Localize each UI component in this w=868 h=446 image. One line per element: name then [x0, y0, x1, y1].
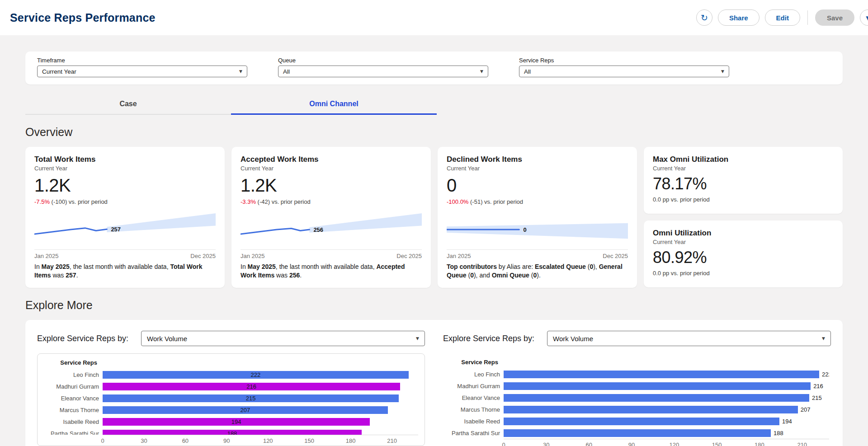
sparkline-chart: 256: [241, 211, 422, 249]
bar[interactable]: [504, 371, 819, 378]
caption-segment: , the last month with available data,: [276, 263, 377, 270]
refresh-button[interactable]: ↻: [696, 9, 712, 26]
caption-segment: 257: [66, 272, 76, 279]
explore-more-heading: Explore More: [25, 299, 843, 312]
bar[interactable]: [504, 406, 798, 413]
sparkline-axis: Jan 2025 Dec 2025: [241, 249, 422, 259]
service-reps-select[interactable]: All ▼: [519, 66, 729, 77]
kpi-title: Total Work Items: [34, 155, 216, 164]
queue-value: All: [283, 68, 290, 75]
axis-end-label: Dec 2025: [190, 253, 216, 259]
kpi-change: -3.3% (-42) vs. prior period: [241, 198, 422, 205]
bar-row: Leo Finch222: [445, 368, 829, 380]
bar[interactable]: 188: [103, 430, 362, 435]
kpi-subtitle: Current Year: [447, 165, 628, 172]
chevron-down-icon: ▼: [416, 336, 419, 341]
bar[interactable]: 207: [103, 406, 388, 414]
queue-select[interactable]: All ▼: [278, 66, 488, 77]
tab-omni-channel[interactable]: Omni Channel: [231, 96, 437, 115]
axis-tick: 60: [182, 437, 189, 444]
axis-tick: 0: [502, 441, 505, 446]
bar-category-label: Eleanor Vance: [445, 394, 504, 401]
bar[interactable]: [504, 382, 811, 390]
bar-category-label: Marcus Thorne: [44, 407, 103, 413]
kpi-value: 78.17%: [653, 174, 834, 193]
bar-row: Madhuri Gurram216: [445, 380, 829, 392]
bar-value-label: 194: [782, 418, 792, 425]
bar[interactable]: [504, 429, 771, 437]
bar-value-label: 222: [822, 371, 829, 378]
bar-row: Eleanor Vance215: [44, 392, 418, 404]
x-axis: 0306090120150180210: [44, 435, 418, 446]
tab-case[interactable]: Case: [25, 96, 231, 115]
caption-segment: .: [300, 272, 302, 279]
axis-spacer: [445, 439, 504, 446]
caption-segment: 0: [470, 272, 474, 279]
caption-segment: by Alias are:: [497, 263, 535, 270]
bar-chart-right: Service RepsLeo Finch222Madhuri Gurram21…: [443, 353, 831, 446]
bar-track: 207: [103, 404, 418, 416]
kpi-side-column: Max Omni Utilization Current Year 78.17%…: [644, 147, 843, 288]
kpi-change: -100.0% (-51) vs. prior period: [447, 198, 628, 205]
kpi-card-declined-work-items: Declined Work Items Current Year 0 -100.…: [438, 147, 637, 288]
sparkline-chart: 0: [447, 211, 628, 249]
explore-by-value: Work Volume: [553, 335, 593, 343]
chevron-down-icon: ▾: [866, 13, 868, 23]
filter-service-reps: Service Reps All ▼: [519, 57, 729, 77]
filter-queue: Queue All ▼: [278, 57, 488, 77]
spark-value-label: 256: [313, 226, 323, 233]
kpi-card-accepted-work-items: Accepted Work Items Current Year 1.2K -3…: [231, 147, 431, 288]
kpi-change-pct: -3.3%: [241, 198, 256, 205]
share-button[interactable]: Share: [718, 9, 760, 26]
bar-category-label: Isabelle Reed: [445, 418, 504, 425]
kpi-value: 1.2K: [34, 175, 216, 196]
bar-category-label: Partha Sarathi Sur: [445, 430, 504, 437]
axis-tick: 120: [263, 437, 273, 444]
bar-value-label: 188: [103, 430, 362, 435]
bar-row: Eleanor Vance215: [445, 392, 829, 404]
caption-segment: was: [274, 272, 289, 279]
axis-tick: 60: [585, 441, 592, 446]
explore-by-select-left[interactable]: Work Volume ▼: [141, 331, 425, 346]
bar[interactable]: [504, 418, 779, 425]
bar-value-label: 216: [813, 383, 823, 390]
kpi-value: 0: [447, 175, 628, 196]
caption-segment: ),: [593, 263, 599, 270]
bar[interactable]: 216: [103, 383, 400, 390]
overview-heading: Overview: [25, 126, 843, 139]
kpi-value: 80.92%: [653, 248, 834, 267]
spark-value-label: 0: [523, 226, 526, 233]
bar[interactable]: 222: [103, 371, 409, 379]
axis-ticks: 0306090120150180210: [103, 435, 418, 446]
chevron-down-icon: ▼: [239, 69, 242, 74]
kpi-caption: In May 2025, the last month with availab…: [34, 263, 216, 280]
axis-tick: 150: [304, 437, 314, 444]
timeframe-select[interactable]: Current Year ▼: [37, 66, 247, 77]
kpi-subtitle: Current Year: [241, 165, 422, 172]
sparkline-svg: 0: [447, 211, 628, 249]
bar[interactable]: [504, 394, 809, 402]
sparkline-svg: 256: [241, 211, 422, 249]
kpi-subtitle: Current Year: [653, 239, 834, 245]
bar-category-label: Marcus Thorne: [445, 406, 504, 413]
bar-row: Leo Finch222: [44, 369, 418, 380]
page-title: Service Reps Performance: [10, 11, 156, 24]
kpi-title: Accepted Work Items: [241, 155, 422, 164]
bar[interactable]: 194: [103, 418, 370, 426]
more-actions-button[interactable]: ▾: [860, 9, 868, 26]
caption-segment: , the last month with available data,: [70, 263, 170, 270]
bar-category-label: Leo Finch: [445, 371, 504, 378]
bar-row: Madhuri Gurram216: [44, 380, 418, 392]
forecast-band: [447, 223, 628, 239]
sparkline-axis: Jan 2025 Dec 2025: [447, 249, 628, 259]
bar[interactable]: 215: [103, 394, 399, 402]
kpi-title: Omni Utilization: [653, 229, 834, 238]
bar-track: 216: [504, 380, 829, 392]
explore-by-select-right[interactable]: Work Volume ▼: [547, 331, 831, 346]
app-header: Service Reps Performance ↻ Share Edit Sa…: [0, 0, 868, 35]
edit-button[interactable]: Edit: [765, 9, 800, 26]
tab-bar: Case Omni Channel: [25, 96, 437, 115]
save-button[interactable]: Save: [815, 9, 854, 26]
kpi-change-pct: -100.0%: [447, 198, 468, 205]
caption-segment: In: [34, 263, 42, 270]
